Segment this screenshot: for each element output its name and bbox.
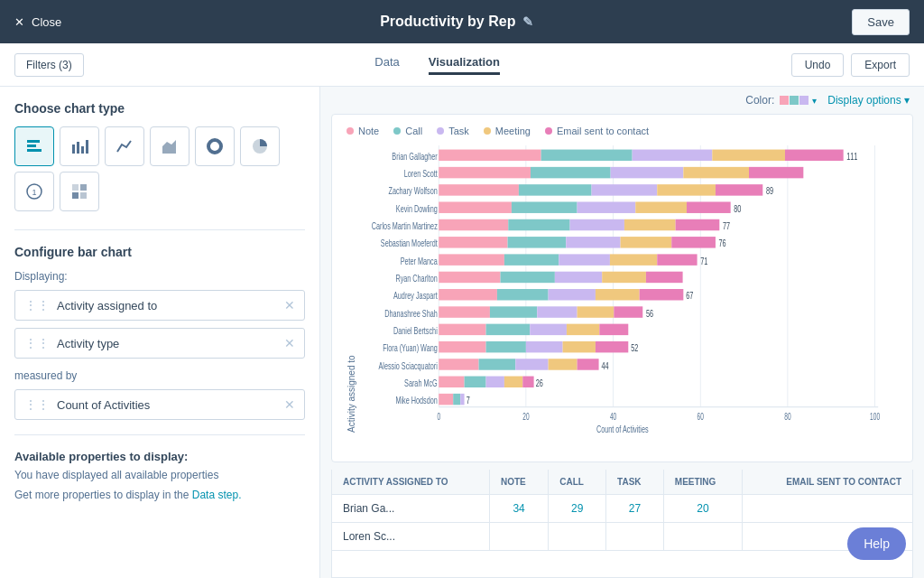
chart-type-line[interactable]	[105, 126, 144, 166]
toolbar: Filters (3) Data Visualization Undo Expo…	[0, 43, 924, 87]
svg-rect-115	[522, 377, 533, 387]
svg-rect-37	[519, 184, 592, 195]
svg-text:80: 80	[734, 202, 741, 214]
svg-rect-13	[80, 184, 87, 191]
display-item-label-1: Activity assigned to	[57, 299, 157, 312]
svg-rect-15	[80, 192, 87, 199]
drag-handle-icon-2[interactable]: ⋮⋮	[24, 336, 50, 350]
svg-rect-118	[439, 394, 453, 405]
svg-rect-80	[596, 289, 640, 300]
svg-text:Sarah McG: Sarah McG	[404, 377, 438, 388]
svg-text:20: 20	[522, 412, 529, 423]
available-sub: You have displayed all available propert…	[14, 469, 305, 481]
svg-rect-119	[453, 394, 460, 405]
row-call: 29	[549, 495, 606, 523]
drag-handle-icon-3[interactable]: ⋮⋮	[24, 397, 50, 412]
row-name: Brian Ga...	[332, 495, 489, 523]
drag-handle-icon[interactable]: ⋮⋮	[24, 298, 50, 312]
svg-rect-87	[578, 306, 614, 317]
remove-measured-button[interactable]: ✕	[284, 397, 295, 412]
measured-item: ⋮⋮ Count of Activities ✕	[14, 389, 305, 420]
close-label: Close	[32, 15, 61, 29]
display-options-chevron-icon: ▾	[904, 94, 910, 107]
row-note: 34	[489, 495, 548, 523]
chart-type-vertical-bar[interactable]	[60, 126, 99, 166]
display-options-button[interactable]: Display options ▾	[827, 94, 910, 107]
chart-container: Note Call Task Meeting Email sent to con…	[331, 114, 913, 462]
svg-rect-64	[439, 254, 504, 265]
chart-type-donut[interactable]	[195, 126, 235, 166]
displaying-label: Displaying:	[14, 270, 305, 283]
svg-point-8	[208, 140, 221, 153]
measured-by-label: measured by	[14, 369, 305, 382]
toolbar-right: Undo Export	[791, 53, 910, 77]
svg-text:Daniel Bertschi: Daniel Bertschi	[393, 324, 438, 336]
svg-text:Kevin Dowling: Kevin Dowling	[396, 202, 438, 214]
svg-rect-101	[596, 341, 628, 352]
svg-text:Flora (Yuan) Wang: Flora (Yuan) Wang	[383, 342, 438, 354]
row-name: Loren Sc...	[332, 523, 489, 551]
svg-rect-6	[86, 140, 88, 154]
data-step-text: Get more properties to display in the Da…	[14, 489, 305, 501]
svg-text:52: 52	[631, 342, 638, 354]
svg-rect-38	[592, 184, 658, 195]
svg-rect-108	[578, 359, 599, 369]
chart-type-pie[interactable]	[240, 126, 280, 166]
help-button[interactable]: Help	[847, 527, 906, 560]
header-actions: Save	[852, 9, 910, 35]
svg-rect-24	[541, 150, 633, 161]
row-task: 27	[606, 495, 664, 523]
svg-text:Count of Activities: Count of Activities	[596, 423, 649, 433]
col-note: NOTE	[489, 470, 548, 495]
svg-rect-31	[531, 167, 611, 178]
svg-rect-53	[624, 219, 676, 230]
row-call	[549, 523, 606, 551]
report-title: Productivity by Rep ✎	[380, 14, 533, 30]
chart-type-horizontal-bar[interactable]	[14, 126, 54, 166]
svg-text:71: 71	[700, 255, 707, 266]
left-panel: Choose chart type 1	[0, 87, 320, 578]
remove-item-2-button[interactable]: ✕	[284, 336, 295, 350]
svg-rect-4	[77, 142, 79, 154]
edit-icon[interactable]: ✎	[522, 14, 533, 29]
svg-rect-81	[640, 289, 684, 300]
svg-rect-25	[633, 150, 713, 161]
right-panel: Color: ▾ Display options ▾ Note	[320, 87, 924, 578]
svg-rect-92	[486, 324, 531, 335]
svg-text:Alessio Sciacquatori: Alessio Sciacquatori	[378, 359, 437, 371]
remove-item-1-button[interactable]: ✕	[284, 298, 295, 312]
svg-rect-47	[687, 201, 731, 212]
save-button[interactable]: Save	[852, 9, 910, 35]
svg-rect-95	[599, 324, 628, 335]
svg-text:7: 7	[467, 394, 470, 406]
color-control[interactable]: Color: ▾	[745, 94, 817, 107]
svg-rect-3	[72, 144, 75, 154]
svg-rect-93	[530, 324, 567, 335]
filters-button[interactable]: Filters (3)	[14, 53, 84, 77]
display-item-label-2: Activity type	[57, 337, 119, 350]
svg-rect-68	[657, 254, 697, 265]
close-button[interactable]: ✕ Close	[14, 15, 61, 29]
svg-rect-23	[439, 150, 541, 161]
svg-rect-71	[439, 272, 500, 283]
export-button[interactable]: Export	[851, 53, 910, 77]
svg-rect-112	[465, 377, 486, 387]
data-step-link[interactable]: Data step.	[192, 489, 242, 501]
chart-type-area[interactable]	[150, 126, 189, 166]
svg-text:40: 40	[610, 412, 616, 423]
chart-type-heatmap[interactable]	[60, 172, 99, 211]
svg-rect-120	[460, 394, 464, 405]
svg-rect-54	[676, 219, 720, 230]
svg-text:111: 111	[846, 150, 857, 162]
svg-rect-33	[683, 167, 749, 178]
svg-rect-39	[657, 184, 716, 195]
svg-rect-45	[578, 201, 636, 212]
data-table: ACTIVITY ASSIGNED TO NOTE CALL TASK MEET…	[331, 470, 913, 578]
tab-data[interactable]: Data	[374, 55, 399, 74]
tab-visualization[interactable]: Visualization	[429, 55, 500, 75]
chart-type-number[interactable]: 1	[14, 172, 54, 211]
undo-button[interactable]: Undo	[791, 53, 845, 77]
close-icon: ✕	[14, 15, 24, 29]
display-item-assigned-to: ⋮⋮ Activity assigned to ✕	[14, 290, 305, 321]
svg-rect-58	[508, 237, 567, 247]
